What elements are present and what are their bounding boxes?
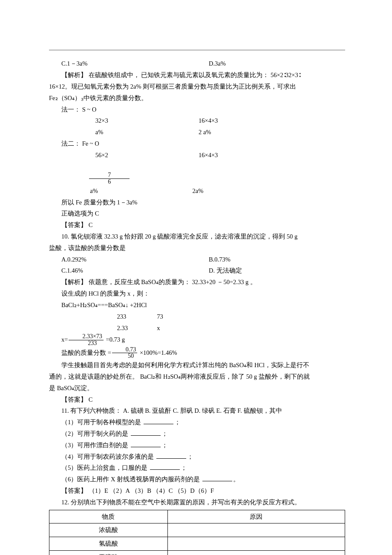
semi: ； bbox=[174, 419, 181, 426]
table-row: 氢硫酸 bbox=[49, 537, 345, 551]
td-r2: 氢硫酸 bbox=[49, 537, 168, 551]
q10-mass-eq: 盐酸的质量分数 = 0.73 50 ×100%=1.46% bbox=[49, 347, 345, 359]
m1-r1-c1: 32×3 bbox=[95, 115, 136, 127]
xeq-frac: 2.33×73 233 bbox=[68, 334, 104, 346]
eq-233: 233 bbox=[117, 311, 156, 322]
xeq-pre: x= bbox=[61, 336, 68, 343]
q11-p3: （3）可用作漂白剂的是 ； bbox=[49, 440, 345, 451]
q10-sol-l1: 【解析】 依题意，反应生成 BaSO₄的质量为： 32.33+20 －50=2.… bbox=[49, 276, 345, 288]
td-empty bbox=[167, 523, 345, 537]
q11-p3-t: （3）可用作漂白剂的是 bbox=[61, 442, 130, 449]
mass-pre: 盐酸的质量分数 = bbox=[61, 349, 111, 356]
q11-p5-t: （5）医药上治贫血，口服的是 bbox=[61, 464, 149, 471]
q9-analysis-l3: Fe₂（SO₄）₃中铁元素的质量分数。 bbox=[49, 92, 345, 104]
xeq-post: =0.73 g bbox=[104, 336, 125, 343]
q11-p5: （5）医药上治贫血，口服的是 ； bbox=[49, 462, 345, 474]
q10-c: C.1.46% bbox=[49, 265, 209, 276]
xeq-num: 2.33×73 bbox=[69, 334, 103, 340]
method2-r1: 56×2 16×4×3 bbox=[49, 150, 345, 161]
blank bbox=[202, 475, 232, 481]
q10-exp1: 学生接触题目首先考虑的是如何利用化学方程式计算出纯的 BaSO₄和 HCl，实际… bbox=[49, 359, 345, 371]
m1-r1-c2: 16×4×3 bbox=[199, 115, 218, 127]
q11-p1: （1）可用于制各种模型的是 ； bbox=[49, 417, 345, 428]
method1-r2: a% 2 a% bbox=[49, 127, 345, 138]
q11-p6: （6）医药上用作 X 射线透视肠胃的内服药剂的是 。 bbox=[49, 474, 345, 485]
method2-head: 法二： Fe ~ O bbox=[49, 138, 345, 150]
q9-conclusion-2: 正确选项为 C bbox=[49, 208, 345, 219]
m2-r2-c2: 2a% bbox=[193, 185, 204, 197]
q11-p6-t: （6）医药上用作 X 射线透视肠胃的内服药剂的是 bbox=[61, 476, 202, 483]
m2-r1-c1: 56×2 bbox=[95, 150, 136, 161]
option-d: D.3a% bbox=[209, 58, 345, 69]
frac-tail: a% bbox=[90, 187, 98, 194]
semi: ； bbox=[161, 442, 168, 449]
td-empty bbox=[167, 537, 345, 551]
semi: ； bbox=[161, 430, 168, 437]
q9-answer: 【答案】 C bbox=[49, 219, 345, 231]
q10-stem-l1: 10. 氯化钡溶液 32.33 g 恰好跟 20 g 硫酸溶液完全反应，滤去溶液… bbox=[49, 231, 345, 242]
options-cd: C.1－3a% D.3a% bbox=[49, 58, 345, 69]
q11-answer: 【答案】 （1）E （2）A （3）B （4）C （5）D（6）F bbox=[49, 485, 345, 497]
q10-exp3: 是 BaSO₄沉淀。 bbox=[49, 382, 345, 394]
semi: ； bbox=[181, 464, 187, 471]
td-r1: 浓硫酸 bbox=[49, 523, 168, 537]
q10-b: B.0.73% bbox=[209, 254, 345, 265]
table-row: 浓硫酸 bbox=[49, 523, 345, 537]
period: 。 bbox=[233, 476, 239, 483]
frac-num: 7 bbox=[89, 172, 130, 179]
eq-2.33: 2.33 bbox=[117, 322, 156, 334]
table-row-header: 物质 原因 bbox=[49, 510, 345, 523]
q10-a: A.0.292% bbox=[49, 254, 209, 265]
q11-stem: 11. 有下列六种物质： A. 硫磺 B. 亚硫酐 C. 胆矾 D. 绿矾 E.… bbox=[49, 405, 345, 417]
q11-p4: （4）可用于制农药波尔多液的是 ； bbox=[49, 451, 345, 463]
frac-den: 6 bbox=[89, 179, 130, 185]
eq-x: x bbox=[157, 325, 160, 331]
q10-stem-l2: 盐酸，该盐酸的质量分数是 bbox=[49, 242, 345, 254]
q10-eq-r1: 233 73 bbox=[49, 311, 345, 322]
q10-sol-l2: 设生成的 HCl 的质量为 x，则： bbox=[49, 288, 345, 299]
method1-r1: 32×3 16×4×3 bbox=[49, 115, 345, 127]
semi: ； bbox=[187, 453, 193, 460]
q10-answer: 【答案】 C bbox=[49, 394, 345, 405]
q12-stem: 12. 分别填出下列物质不能在空气中长期露置的原因，并写出有关的化学反应方程式。 bbox=[49, 497, 345, 508]
q12-table: 物质 原因 浓硫酸 氢硫酸 亚硫酸 bbox=[49, 510, 345, 555]
q10-x-eq: x= 2.33×73 233 =0.73 g bbox=[49, 334, 345, 346]
q11-p4-t: （4）可用于制农药波尔多液的是 bbox=[61, 453, 156, 460]
mass-frac: 0.73 50 bbox=[111, 347, 138, 359]
mass-den: 50 bbox=[112, 353, 138, 359]
m2-r1-c2: 16×4×3 bbox=[199, 150, 218, 161]
method2-r2: 7 6 a% 2a% bbox=[49, 161, 345, 197]
mass-num: 0.73 bbox=[112, 347, 138, 354]
th-reason: 原因 bbox=[167, 510, 345, 523]
q10-exp2: 通的，这就是该题的妙处所在。 BaCl₂和 H₂SO₄两种溶液反应后，除了 50… bbox=[49, 371, 345, 382]
q10-eq: BaCl₂+H₂SO₄===BaSO₄↓ +2HCl bbox=[49, 299, 345, 311]
td-empty bbox=[167, 551, 345, 555]
table-row: 亚硫酸 bbox=[49, 551, 345, 555]
xeq-den: 233 bbox=[69, 340, 103, 347]
method1-head: 法一： S ~ O bbox=[49, 104, 345, 115]
q10-eq-r2: 2.33 x bbox=[49, 322, 345, 334]
q9-conclusion-1: 所以 Fe 质量分数为 1－3a% bbox=[49, 197, 345, 208]
option-c: C.1－3a% bbox=[49, 58, 209, 69]
q9-analysis-l1: 【解析】 在硫酸铁组成中， 已知铁元素与硫元素以及氧元素的质量比为： 56×2∶… bbox=[49, 69, 345, 81]
eq-73: 73 bbox=[157, 313, 163, 320]
q10-options-cd: C.1.46% D. 无法确定 bbox=[49, 265, 345, 276]
q10-d: D. 无法确定 bbox=[209, 265, 345, 276]
m1-r2-c2: 2 a% bbox=[199, 127, 211, 138]
top-rule bbox=[49, 50, 345, 50]
blank bbox=[131, 441, 161, 447]
q11-p1-t: （1）可用于制各种模型的是 bbox=[61, 419, 143, 426]
q11-p2-t: （2）可用于制火药的是 bbox=[61, 430, 130, 437]
mass-post: ×100%=1.46% bbox=[138, 349, 177, 356]
q10-options-ab: A.0.292% B.0.73% bbox=[49, 254, 345, 265]
blank bbox=[144, 418, 173, 424]
th-substance: 物质 bbox=[49, 510, 168, 523]
blank bbox=[150, 464, 180, 470]
blank bbox=[156, 453, 186, 459]
m2-frac-wrap: 7 6 a% bbox=[89, 161, 130, 197]
blank bbox=[131, 430, 161, 436]
q9-analysis-l2: 16×12。现已知氧元素分数为 2a% 则可根据三者质量分数与质量比为正比例关系… bbox=[49, 81, 345, 92]
m1-r2-c1: a% bbox=[95, 127, 136, 138]
q11-p2: （2）可用于制火药的是 ； bbox=[49, 428, 345, 440]
td-r3: 亚硫酸 bbox=[49, 551, 168, 555]
